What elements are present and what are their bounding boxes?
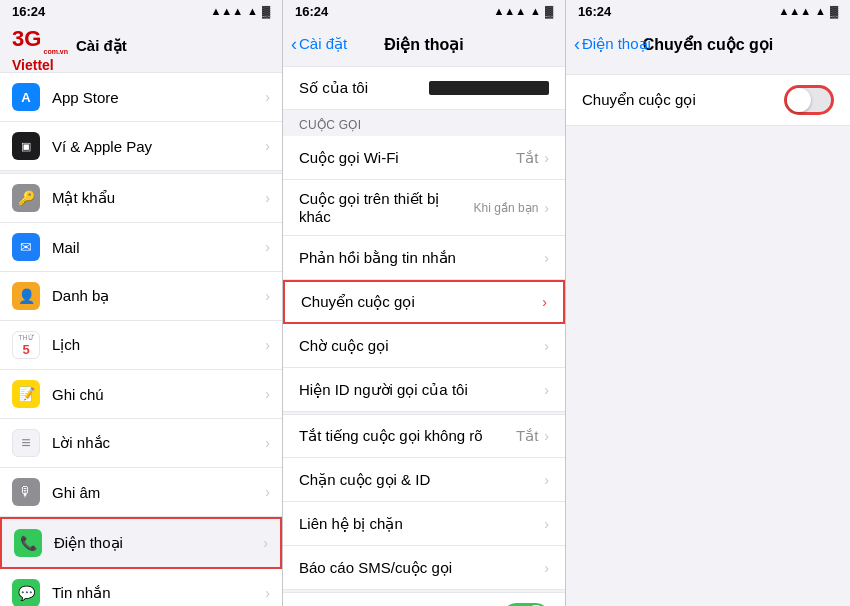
call-forward-toggle[interactable] bbox=[784, 85, 834, 115]
viettel-brand-text: Viettel bbox=[12, 57, 68, 73]
call-forward-item[interactable]: Chuyển cuộc gọi › bbox=[283, 280, 565, 324]
dial-assist-item[interactable]: Hỗ trợ quay số bbox=[283, 592, 565, 606]
reminders-label: Lời nhắc bbox=[52, 434, 265, 452]
settings-item-password[interactable]: 🔑 Mật khẩu › bbox=[0, 173, 282, 223]
notes-label: Ghi chú bbox=[52, 386, 265, 403]
password-icon: 🔑 bbox=[12, 184, 40, 212]
call-forward-toggle-label: Chuyển cuộc gọi bbox=[582, 91, 784, 109]
settings-group-apps: 🔑 Mật khẩu › ✉ Mail › 👤 Danh bạ › THỨ 5 … bbox=[0, 173, 282, 606]
phone-icon: 📞 bbox=[14, 529, 42, 557]
panel1-settings: 16:24 ▲▲▲ ▲ ▓ 3Gcom.vn Viettel Cài đặt A… bbox=[0, 0, 283, 606]
silence-unknown-item[interactable]: Tắt tiếng cuộc gọi không rõ Tắt › bbox=[283, 414, 565, 458]
contacts-chevron: › bbox=[265, 288, 270, 304]
call-wait-item[interactable]: Chờ cuộc gọi › bbox=[283, 324, 565, 368]
p1-nav-title: Cài đặt bbox=[76, 37, 127, 55]
contacts-label: Danh bạ bbox=[52, 287, 265, 305]
phone-chevron: › bbox=[263, 535, 268, 551]
call-wait-label: Chờ cuộc gọi bbox=[299, 337, 544, 355]
blocked-contacts-item[interactable]: Liên hệ bị chặn › bbox=[283, 502, 565, 546]
password-chevron: › bbox=[265, 190, 270, 206]
password-label: Mật khẩu bbox=[52, 189, 265, 207]
p3-back-button[interactable]: ‹ Điện thoại bbox=[574, 34, 651, 55]
p2-back-button[interactable]: ‹ Cài đặt bbox=[291, 34, 347, 55]
other-device-item[interactable]: Cuộc gọi trên thiết bị khác Khi gần bạn … bbox=[283, 180, 565, 236]
calendar-label: Lịch bbox=[52, 336, 265, 354]
settings-item-reminders[interactable]: ≡ Lời nhắc › bbox=[0, 419, 282, 468]
signal-icon-1: ▲▲▲ bbox=[210, 5, 243, 17]
signal-icon-3: ▲▲▲ bbox=[778, 5, 811, 17]
battery-icon-1: ▓ bbox=[262, 5, 270, 17]
appstore-chevron: › bbox=[265, 89, 270, 105]
messages-chevron: › bbox=[265, 585, 270, 601]
calendar-icon: THỨ 5 bbox=[12, 331, 40, 359]
messages-label: Tin nhắn bbox=[52, 584, 265, 602]
signal-icon-2: ▲▲▲ bbox=[493, 5, 526, 17]
block-section: Tắt tiếng cuộc gọi không rõ Tắt › Chặn c… bbox=[283, 414, 565, 590]
wifi-icon-1: ▲ bbox=[247, 5, 258, 17]
settings-item-messages[interactable]: 💬 Tin nhắn › bbox=[0, 569, 282, 606]
p2-title: Điện thoại bbox=[384, 35, 464, 54]
voicememo-chevron: › bbox=[265, 484, 270, 500]
block-id-label: Chặn cuộc gọi & ID bbox=[299, 471, 544, 489]
wallet-label: Ví & Apple Pay bbox=[52, 138, 265, 155]
panel3-call-forward: 16:24 ▲▲▲ ▲ ▓ ‹ Điện thoại Chuyển cuộc g… bbox=[566, 0, 850, 606]
sms-report-item[interactable]: Báo cáo SMS/cuộc gọi › bbox=[283, 546, 565, 590]
settings-item-wallet[interactable]: ▣ Ví & Apple Pay › bbox=[0, 122, 282, 171]
p2-back-label: Cài đặt bbox=[299, 35, 347, 53]
blocked-contacts-label: Liên hệ bị chặn bbox=[299, 515, 544, 533]
status-icons-2: ▲▲▲ ▲ ▓ bbox=[493, 5, 553, 17]
phone-label: Điện thoại bbox=[54, 534, 263, 552]
status-bar-3: 16:24 ▲▲▲ ▲ ▓ bbox=[566, 0, 850, 22]
p3-title: Chuyển cuộc gọi bbox=[643, 35, 773, 54]
caller-id-item[interactable]: Hiện ID người gọi của tôi › bbox=[283, 368, 565, 412]
wifi-call-item[interactable]: Cuộc gọi Wi-Fi Tắt › bbox=[283, 136, 565, 180]
p3-back-chevron: ‹ bbox=[574, 34, 580, 55]
battery-icon-3: ▓ bbox=[830, 5, 838, 17]
p3-nav-bar: ‹ Điện thoại Chuyển cuộc gọi bbox=[566, 22, 850, 66]
silence-unknown-label: Tắt tiếng cuộc gọi không rõ bbox=[299, 427, 516, 445]
reply-msg-chevron: › bbox=[544, 250, 549, 266]
call-forward-chevron: › bbox=[542, 294, 547, 310]
p2-back-chevron: ‹ bbox=[291, 34, 297, 55]
notes-icon: 📝 bbox=[12, 380, 40, 408]
wifi-call-label: Cuộc gọi Wi-Fi bbox=[299, 149, 516, 167]
sms-report-label: Báo cáo SMS/cuộc gọi bbox=[299, 559, 544, 577]
wallet-icon: ▣ bbox=[12, 132, 40, 160]
wallet-chevron: › bbox=[265, 138, 270, 154]
mail-icon: ✉ bbox=[12, 233, 40, 261]
status-bar-2: 16:24 ▲▲▲ ▲ ▓ bbox=[283, 0, 565, 22]
panel2-phone: 16:24 ▲▲▲ ▲ ▓ ‹ Cài đặt Điện thoại Số củ… bbox=[283, 0, 566, 606]
settings-item-appstore[interactable]: A App Store › bbox=[0, 72, 282, 122]
settings-item-voicememo[interactable]: 🎙 Ghi âm › bbox=[0, 468, 282, 517]
my-number-section: Số của tôi bbox=[283, 66, 565, 110]
silence-unknown-value: Tắt bbox=[516, 427, 538, 445]
reminders-icon: ≡ bbox=[12, 429, 40, 457]
appstore-label: App Store bbox=[52, 89, 265, 106]
viettel-logo: 3Gcom.vn Viettel bbox=[12, 28, 68, 64]
settings-item-notes[interactable]: 📝 Ghi chú › bbox=[0, 370, 282, 419]
phone-number-mask bbox=[429, 81, 549, 95]
settings-item-mail[interactable]: ✉ Mail › bbox=[0, 223, 282, 272]
my-number-label: Số của tôi bbox=[299, 79, 429, 97]
mail-label: Mail bbox=[52, 239, 265, 256]
notes-chevron: › bbox=[265, 386, 270, 402]
other-device-label: Cuộc gọi trên thiết bị khác bbox=[299, 190, 474, 225]
wifi-call-chevron: › bbox=[544, 150, 549, 166]
voicememo-icon: 🎙 bbox=[12, 478, 40, 506]
block-id-item[interactable]: Chặn cuộc gọi & ID › bbox=[283, 458, 565, 502]
my-number-item[interactable]: Số của tôi bbox=[283, 66, 565, 110]
reply-msg-item[interactable]: Phản hồi bằng tin nhắn › bbox=[283, 236, 565, 280]
other-device-value: Khi gần bạn bbox=[474, 201, 539, 215]
settings-item-phone[interactable]: 📞 Điện thoại › bbox=[0, 517, 282, 569]
settings-item-calendar[interactable]: THỨ 5 Lịch › bbox=[0, 321, 282, 370]
wifi-icon-2: ▲ bbox=[530, 5, 541, 17]
calls-section-header: CUỘC GỌI bbox=[283, 112, 565, 136]
other-device-chevron: › bbox=[544, 200, 549, 216]
calendar-chevron: › bbox=[265, 337, 270, 353]
settings-item-contacts[interactable]: 👤 Danh bạ › bbox=[0, 272, 282, 321]
viettel-3g-text: 3Gcom.vn bbox=[12, 28, 68, 55]
status-time-1: 16:24 bbox=[12, 4, 45, 19]
settings-group-top: A App Store › ▣ Ví & Apple Pay › bbox=[0, 72, 282, 171]
phone-settings-list: Số của tôi CUỘC GỌI Cuộc gọi Wi-Fi Tắt ›… bbox=[283, 66, 565, 606]
status-bar-1: 16:24 ▲▲▲ ▲ ▓ bbox=[0, 0, 282, 22]
